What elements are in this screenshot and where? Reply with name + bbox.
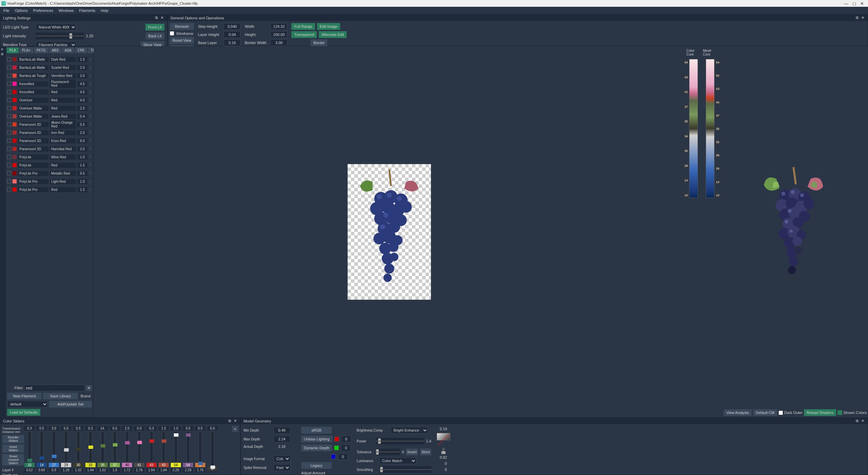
reorder-sliders-button[interactable]: Reorder Sliders [2,435,24,443]
filament-row[interactable]: PolyLite Red 1.5 ⋮ [7,161,92,169]
filament-library-tab[interactable]: ✕ ⚙ [0,46,5,417]
close-button[interactable]: ✕ [860,1,864,6]
filament-checkbox[interactable] [7,65,11,70]
filament-menu-icon[interactable]: ⋮ [89,139,92,142]
core-tag[interactable]: 54 [683,61,689,64]
led-type-select[interactable]: Natural White 4000K [36,24,76,31]
default-select[interactable]: default [7,401,48,408]
slider-td-value[interactable]: 1.0 [171,426,181,431]
filament-swatch[interactable] [13,57,17,61]
filament-menu-icon[interactable]: ⋮ [89,115,92,118]
core-tag[interactable]: 37 [683,105,689,108]
slider-thumb[interactable] [149,439,154,443]
popout-icon[interactable]: ⧉ [154,16,159,20]
core-tag[interactable]: 28 [683,164,689,167]
core-tag[interactable]: 10 [715,194,720,197]
save-library-button[interactable]: Save Library [43,393,78,399]
step-height-input[interactable] [224,23,241,30]
slider-thumb[interactable] [64,448,69,452]
view-analysis-button[interactable]: View Analysis [724,409,752,416]
border-width-input[interactable] [270,39,287,46]
slider-thumb[interactable] [198,462,203,465]
slider-td-value[interactable]: 0.3 [24,426,35,431]
slider-track[interactable] [77,431,80,462]
slider-track[interactable] [40,431,43,462]
core-tag[interactable]: 14 [715,180,720,184]
color-slider[interactable]: 1.5 43 1.84 [158,426,169,472]
color-slider[interactable]: 0.3 43 1.84 [146,426,157,472]
slider-thumb[interactable] [40,456,44,460]
left-preview[interactable] [94,46,685,417]
unbias-button[interactable]: Unbias Lighting [301,436,332,442]
slider-td-value[interactable]: 0.3 [146,426,157,431]
slider-track[interactable] [113,431,117,462]
filament-swatch[interactable] [13,65,17,70]
filament-checkbox[interactable] [7,122,11,126]
power-slider[interactable] [376,438,424,444]
tolerance-slider[interactable] [376,449,400,455]
add-update-button[interactable]: Add/Update Set [49,401,92,408]
filament-menu-icon[interactable]: ⋮ [89,82,92,85]
color-core-bar[interactable]: 54434137353430281410 [689,59,698,198]
filament-swatch[interactable] [13,171,17,175]
filament-row[interactable]: PolyLite Pro Red 1.5 ⋮ [7,186,92,193]
filament-checkbox[interactable] [7,139,11,143]
legacy-button[interactable]: Legacy [301,462,332,469]
clear-filter-icon[interactable]: ✕ [86,385,92,391]
core-tag[interactable]: 34 [683,135,689,138]
slider-thumb[interactable] [27,459,32,462]
maximize-button[interactable]: ◻ [852,1,856,6]
core-tag[interactable]: 35 [683,120,689,123]
color-slider[interactable]: 2.5 40 1.72 [122,426,132,472]
filament-row[interactable]: Kexcelled Red 4.5 ⋮ [7,88,92,96]
filament-row[interactable]: BambuLab Tough Vermilion Red 3.0 ⋮ [7,72,92,79]
width-input[interactable] [270,23,287,30]
dd-color-green[interactable] [334,446,339,450]
filament-checkbox[interactable] [7,163,11,167]
color-slider[interactable]: 1.0 54 2.28 [170,426,181,472]
minimize-button[interactable]: — [844,1,848,6]
popout-icon[interactable]: ⧉ [855,419,859,423]
filament-menu-icon[interactable]: ⋮ [89,58,92,61]
slider-td-value[interactable]: 3.0 [49,426,59,431]
filament-checkbox[interactable] [7,57,11,61]
slider-track[interactable] [174,431,178,462]
right-preview[interactable] [719,46,868,408]
color-slider[interactable]: 0.5 30 1.32 [73,426,84,472]
filament-swatch[interactable] [13,90,17,94]
base-layer-input[interactable] [224,39,241,46]
popout-icon[interactable]: ⧉ [855,16,859,20]
filament-swatch[interactable] [13,74,17,78]
srgb-button[interactable]: sRGB [301,427,332,434]
filament-menu-icon[interactable]: ⋮ [89,131,92,134]
filament-menu-icon[interactable]: ⋮ [89,155,92,159]
filament-swatch[interactable] [13,187,17,192]
core-tag[interactable]: 32 [715,140,720,144]
filament-checkbox[interactable] [7,187,11,192]
filament-menu-icon[interactable]: ⋮ [89,98,92,102]
slider-thumb[interactable] [162,439,166,443]
core-tag[interactable]: 26 [715,167,720,170]
filament-menu-icon[interactable]: ⋮ [89,90,92,94]
filament-row[interactable]: BambuLab Matte Scarlet Red 2.0 ⋮ [7,64,92,71]
filament-checkbox[interactable] [7,155,11,159]
slider-td-value[interactable]: 0.5 [110,426,120,431]
menu-file[interactable]: File [1,8,12,13]
core-tag[interactable]: 10 [683,194,689,197]
filament-menu-icon[interactable]: ⋮ [89,188,92,191]
core-tag[interactable]: 28 [715,154,720,157]
filament-swatch[interactable] [13,163,17,167]
filament-row[interactable]: Paramount 3D 4kano Orange Red 5.5 ⋮ [7,121,92,128]
brightness-comp-select[interactable]: Bright Enhance 1 [391,427,428,434]
filament-swatch[interactable] [13,155,17,159]
slider-track[interactable] [28,431,31,462]
color-slider[interactable]: 5.0 29 1.28 [61,426,71,472]
core-tag[interactable]: 52 [715,74,720,77]
filament-row[interactable]: PolyLite Pro Metallic Red 0.5 ⋮ [7,170,92,177]
filament-swatch[interactable] [13,147,17,151]
core-tag[interactable]: 35 [715,127,720,131]
filament-checkbox[interactable] [7,171,11,175]
filament-checkbox[interactable] [7,179,11,183]
filament-menu-icon[interactable]: ⋮ [89,172,92,175]
core-tag[interactable]: 30 [683,149,689,153]
